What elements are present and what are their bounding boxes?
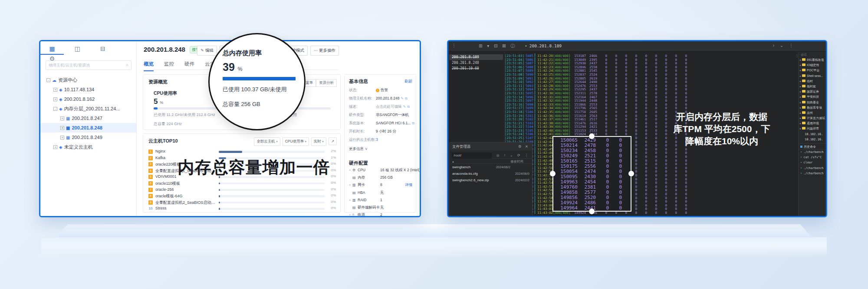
tree-expander-icon[interactable]: + [53,88,57,92]
sort-caret-icon[interactable]: ▴ [452,159,454,163]
tree-expander-icon[interactable]: - [46,78,50,82]
edit-icon[interactable]: ✎ [401,96,404,100]
tree-expander-icon[interactable]: + [60,116,64,120]
session-tab[interactable]: •200.201.8.189 [525,43,562,48]
tree-expander-icon[interactable]: + [60,126,64,130]
filter-dropdown[interactable]: CPU使用率 ▾ [283,137,309,146]
history-command[interactable]: •./charbench [799,149,826,155]
details-link[interactable]: 详情 [405,183,412,188]
terminal-window: ⋮ ⊞ ▾ ⊟ ⊠ ⓘ •200.201.8.189 › ⌄ ⋮ 200.201… [447,40,827,217]
monitor-chart-icon[interactable]: ◫ [66,45,89,52]
history-command[interactable]: •cat /sfv^C [799,155,826,160]
list-item[interactable]: 10Stress0% [148,206,336,212]
resize-handle-top[interactable] [589,133,595,139]
search-icon[interactable]: ○ [126,61,128,70]
resource-grid-icon[interactable]: ▦ [40,45,64,55]
more-info-link[interactable]: 更多信息 ∨ [349,146,413,152]
tab-硬件[interactable]: 硬件 [184,61,194,70]
action-button[interactable]: ⋯更多操作 [310,46,339,56]
session-item[interactable]: 200.201.8.189 [449,54,503,60]
list-item[interactable]: 6oracle110模板0% [148,180,336,187]
folder-item[interactable]: ▸平安科技 [799,94,826,100]
folder-item[interactable]: ▸Shell sess... [799,73,826,79]
refresh-link[interactable]: 刷新 [404,79,412,84]
filter-dropdown[interactable]: 全部云主机 ▾ [254,137,280,146]
tree-item-label: 未定义云主机 [64,144,93,149]
tree-item[interactable]: -◈内存分层_200.201.11.24... [40,104,136,113]
tree-item[interactable]: +◈未定义云主机 [40,142,136,152]
tree-item[interactable]: -☁资源中心 [40,75,136,85]
folder-item[interactable]: ▸低时延 [799,84,826,89]
history-section-header[interactable]: 历史命令 [799,143,826,149]
window-menu-icon[interactable]: ⋮ [452,43,456,48]
session-item[interactable]: 200.201.8.248 [449,60,503,66]
tree-expander-icon[interactable]: + [53,145,57,149]
host-item[interactable]: 10.102.16. [799,132,826,137]
zoom-selection-box[interactable]: 1500652429001502142478001502342458001502… [552,136,631,212]
action-button-icon: ⋯ [314,48,318,53]
folder-item[interactable]: ▸招商基金 [799,100,826,105]
tab-监控[interactable]: 监控 [164,61,174,70]
usage-percent: 2% [331,149,336,153]
rank-badge: 9 [148,200,153,205]
list-item[interactable]: 1Nginx2% [148,149,336,155]
chevron-right-icon: ▸ [800,69,801,72]
file-row[interactable]: swingbench2024/06/2 [450,164,532,170]
list-item[interactable]: 7oracle-2560% [148,187,336,193]
action-button[interactable]: ✎编辑 [197,46,217,56]
tree-item[interactable]: +▦200.201.8.247 [40,113,136,123]
copy-icon[interactable]: ⧉ [407,105,410,109]
titlebar-right-icons[interactable]: › ⌄ ⋮ [773,43,796,48]
path-input[interactable]: /root/ [452,153,492,159]
tree-expander-icon[interactable]: + [53,97,57,101]
copy-icon[interactable]: ⧉ [405,96,408,100]
tree-item[interactable]: +◈10.117.48.134 [40,85,136,94]
hw-expander-icon[interactable]: + [349,198,352,202]
folder-item[interactable]: ▸问题排查 [799,126,826,131]
resize-handle-bottom[interactable] [589,209,595,214]
file-manager-header-icons[interactable]: ⚙ ✕ [518,143,529,150]
folder-item[interactable]: ▸通用环境 [799,121,826,126]
resize-handle-left[interactable] [550,171,556,176]
tree-expander-icon[interactable]: + [60,136,64,140]
storage-server-icon[interactable]: ⊟ [91,45,115,52]
CPU-icon: ⚙ [352,168,358,172]
list-item[interactable]: 8oracle模板-64G0% [148,193,336,199]
resize-handle-right[interactable] [628,171,634,176]
hw-expander-icon[interactable]: + [349,213,352,217]
export-icon[interactable]: ↗ [329,137,337,145]
resource-search-input[interactable]: 物理主机/云主机/资源池 ○ [46,60,132,70]
folder-item[interactable]: ▸计算压力测试 [799,116,826,121]
history-command[interactable]: •./charbench [799,166,826,171]
folder-item[interactable]: ▸IO稳定性 [799,63,826,68]
tree-item[interactable]: +◈200.201.8.162 [40,94,136,104]
folder-item[interactable]: ▸数据库专项 [799,105,826,110]
tree-item[interactable]: +▦200.201.8.248 [40,123,136,133]
sidebar-grip-icon[interactable]: ⋮ [795,53,799,58]
column-header-mtime[interactable]: 修改时间 [510,159,523,164]
copy-icon[interactable]: ⧉ [412,121,414,125]
list-item[interactable]: 9全量配置虚拟机2_SeaBIOS启动_ab...0% [148,199,336,206]
folder-item[interactable]: ▸691基线改造 [799,57,826,63]
edit-icon[interactable]: ✎ [403,105,406,109]
terminal-toolbar-icons[interactable]: ⊞ ▾ ⊟ ⊠ ⓘ [479,43,516,49]
hw-expander-icon[interactable]: + [349,168,352,172]
history-command[interactable]: •clear [799,160,826,165]
host-item[interactable]: 10.102.16. [799,137,826,142]
folder-item[interactable]: ▸国新证券 [799,89,826,94]
vm-count-link[interactable]: 3 [376,137,378,142]
tree-expander-icon[interactable]: - [53,107,57,111]
pill-button[interactable]: 资源分析 [316,79,337,87]
folder-item[interactable]: ▸临时 [799,79,826,84]
session-item[interactable]: 200.201.10.60 [449,66,503,71]
tab-概览[interactable]: 概览 [144,61,154,71]
file-row[interactable]: swingbench2.6_new.zip2024/02/2 [450,177,532,183]
tree-item[interactable]: +▦200.201.8.249 [40,133,136,142]
filter-dropdown[interactable]: 实时 ▾ [311,137,326,146]
hw-expander-icon[interactable]: + [349,183,352,187]
folder-item[interactable]: ▸温州 [799,110,826,116]
file-row[interactable]: anaconda-ks.cfg2024/06/0 [450,170,532,177]
file-manager-toolbar-icons[interactable]: ◎ ↑ ⌄ ⟳ ⋮ [496,152,529,159]
folder-item[interactable]: ▸POC平台 [799,68,826,73]
history-command[interactable]: •./charbench [799,171,826,176]
